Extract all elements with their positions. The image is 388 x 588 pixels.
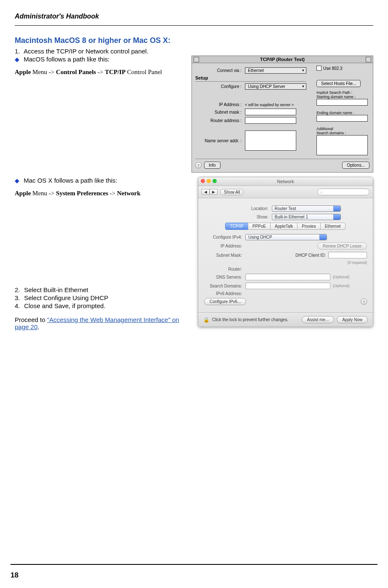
osx-dns-optional: (Optional) — [333, 275, 350, 279]
osx-clientid-label: DHCP Client ID: — [295, 253, 326, 258]
diamond-icon: ◆ — [15, 177, 19, 184]
osx-window: Network ◀ ▶ Show All ⌕ Location: — [198, 177, 373, 327]
osx-search-input[interactable] — [245, 282, 330, 289]
step-1: 1. Access the TCP/IP or Network control … — [15, 48, 373, 55]
step-3-num: 3. — [15, 294, 22, 301]
macos-path-sep1: Menu -> — [31, 69, 56, 75]
mac9-configure-select[interactable]: Using DHCP Server — [245, 83, 306, 90]
osx-router-label: Router: — [204, 267, 245, 271]
osx-renew-lease-button[interactable]: Renew DHCP Lease — [317, 242, 367, 250]
zoom-icon[interactable] — [213, 179, 217, 183]
mac9-connect-via-label: Connect via : — [195, 68, 245, 73]
osx-dns-input[interactable] — [245, 274, 330, 280]
macos-path-tail: Control Panel — [125, 69, 162, 75]
osx-path-network: Network — [117, 190, 141, 197]
step-2: 2. Select Built-in Ethernet — [15, 286, 192, 293]
osx-tab-bar: TCP/IP PPPoE AppleTalk Proxies Ethernet — [204, 223, 367, 230]
mac9-info-button[interactable]: Info — [204, 162, 221, 169]
macos-path-apple: Apple — [15, 69, 31, 75]
page-number: 18 — [11, 571, 19, 580]
mac9-select-hosts-button[interactable]: Select Hosts File... — [316, 80, 361, 87]
osx-titlebar[interactable]: Network — [198, 177, 373, 186]
step-1-text: Access the TCP/IP or Network control pan… — [24, 48, 148, 55]
mac9-close-icon[interactable] — [194, 57, 199, 62]
mac9-options-button[interactable]: Options... — [342, 162, 369, 169]
mac9-ip-value: < will be supplied by server > — [245, 103, 294, 107]
osx-bullet-text: Mac OS X follows a path like this: — [24, 177, 117, 184]
osx-path: Apple Menu -> System Preferences -> Netw… — [15, 190, 192, 197]
osx-cfg4-label: Configure IPv4: — [204, 235, 245, 239]
macos-path-cp: Control Panels — [56, 69, 96, 75]
osx-apply-button[interactable]: Apply Now — [337, 316, 368, 323]
mac9-searchdomains-label: Search domains : — [316, 131, 369, 135]
osx-location-popup[interactable]: Router Test — [272, 205, 341, 212]
osx-bullet-line: ◆ Mac OS X follows a path like this: — [15, 177, 192, 184]
mac9-help-icon[interactable]: ? — [195, 162, 202, 168]
osx-traffic-lights[interactable] — [201, 179, 217, 183]
mac9-additional-label: Additional — [316, 127, 369, 131]
mac9-title: TCP/IP (Router Test) — [260, 57, 305, 62]
tab-appletalk[interactable]: AppleTalk — [270, 223, 298, 230]
osx-clientid-input[interactable] — [328, 252, 367, 258]
osx-search-field[interactable]: ⌕ — [317, 189, 369, 195]
back-icon[interactable]: ◀ — [202, 189, 210, 195]
mac9-connect-via-select[interactable]: Ethernet — [245, 67, 306, 74]
forward-icon[interactable]: ▶ — [210, 189, 218, 195]
mac9-implicit-label: Implicit Search Path : — [316, 90, 369, 95]
tab-pppoe[interactable]: PPPoE — [248, 223, 271, 230]
osx-path-apple: Apple — [15, 190, 31, 197]
tab-ethernet[interactable]: Ethernet — [320, 223, 345, 230]
mac9-titlebar[interactable]: TCP/IP (Router Test) — [192, 56, 373, 63]
osx-path-sep2: -> — [108, 190, 117, 197]
osx-help-icon[interactable]: ? — [361, 298, 367, 305]
lock-icon[interactable]: 🔒 — [203, 317, 210, 323]
osx-ipv6-label: IPv6 Address: — [204, 291, 245, 296]
running-header: Administrator's Handbook — [15, 13, 373, 20]
osx-configure-ipv6-button[interactable]: Configure IPv6... — [204, 298, 246, 305]
tab-proxies[interactable]: Proxies — [297, 223, 320, 230]
osx-show-label: Show: — [231, 215, 272, 219]
osx-search-label: Search Domains: — [204, 284, 245, 288]
step-2-num: 2. — [15, 286, 22, 293]
osx-lock-text: Click the lock to prevent further change… — [212, 317, 288, 322]
tab-tcpip[interactable]: TCP/IP — [225, 223, 248, 230]
osx-nav-buttons[interactable]: ◀ ▶ — [202, 189, 218, 195]
mac9-ending-input[interactable] — [316, 115, 368, 122]
step-2-text: Select Built-in Ethernet — [24, 286, 88, 293]
close-icon[interactable] — [201, 179, 205, 183]
step-3-text: Select Configure Using DHCP — [24, 294, 108, 301]
osx-required-note: (If required) — [347, 261, 367, 265]
mac9-use-8023-checkbox[interactable]: Use 802.3 — [316, 66, 343, 71]
osx-path-sp: System Preferences — [56, 190, 108, 197]
osx-ip-label: IP Address: — [204, 244, 245, 248]
osx-title: Network — [277, 179, 294, 184]
mac9-window: TCP/IP (Router Test) Connect via : Ether… — [191, 56, 373, 173]
mac9-zoom-icon[interactable] — [366, 57, 371, 62]
mac9-searchdomains-input[interactable] — [316, 135, 368, 155]
step-4-text: Close and Save, if prompted. — [24, 302, 105, 309]
mac9-subnet-input[interactable] — [245, 109, 296, 115]
proceed-paragraph: Proceed to "Accessing the Web Management… — [15, 316, 192, 330]
osx-assist-button[interactable]: Assist me... — [302, 316, 335, 323]
mac9-router-input[interactable] — [245, 117, 296, 124]
mac9-starting-input[interactable] — [316, 99, 368, 106]
osx-cfg4-popup[interactable]: Using DHCP — [245, 234, 327, 240]
mac9-use-8023-label: Use 802.3 — [323, 66, 343, 71]
osx-show-all-button[interactable]: Show All — [220, 189, 244, 195]
macos-bullet-text: MacOS follows a path like this: — [24, 56, 109, 63]
osx-subnet-label: Subnet Mask: — [204, 253, 245, 258]
osx-dns-label: DNS Servers: — [204, 275, 245, 279]
diamond-icon: ◆ — [15, 56, 19, 63]
minimize-icon[interactable] — [207, 179, 211, 183]
header-rule — [15, 25, 373, 26]
mac9-configure-label: Configure : — [195, 84, 245, 89]
mac9-router-label: Router address : — [195, 118, 245, 123]
osx-location-label: Location: — [231, 206, 272, 211]
macos-path-tcpip: TCP/IP — [105, 69, 125, 75]
mac9-starting-label: Starting domain name : — [316, 95, 369, 99]
osx-show-popup[interactable]: Built-in Ethernet 1 — [272, 214, 341, 220]
mac9-ns-input[interactable] — [245, 130, 296, 151]
mac9-ns-label: Name server addr. : — [195, 138, 245, 143]
step-1-num: 1. — [15, 48, 22, 55]
step-4: 4. Close and Save, if prompted. — [15, 302, 192, 309]
